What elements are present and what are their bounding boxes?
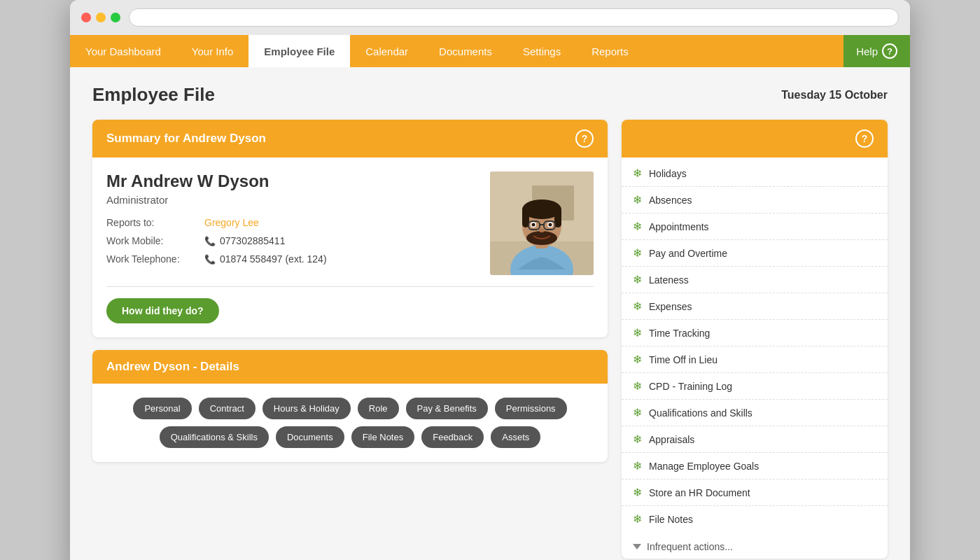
tag-item[interactable]: Contract [199,398,255,419]
nav-item-dashboard[interactable]: Your Dashboard [70,35,176,67]
traffic-lights [81,13,120,22]
menu-item[interactable]: ❄ File Notes [622,506,888,532]
main-layout: Summary for Andrew Dyson ? Mr Andrew W D… [92,120,888,559]
tag-item[interactable]: Documents [276,426,344,448]
nav-item-your-info[interactable]: Your Info [176,35,249,67]
svg-point-12 [532,223,536,227]
right-card: ? ❄ Holidays ❄ Absences ❄ Appointments ❄… [622,120,888,559]
snowflake-icon: ❄ [633,193,642,206]
snowflake-icon: ❄ [633,273,642,286]
browser-chrome [70,0,910,35]
reports-to-value[interactable]: Gregory Lee [204,217,259,228]
summary-card-body: Mr Andrew W Dyson Administrator Reports … [92,158,608,337]
tag-item[interactable]: Hours & Holiday [262,398,351,419]
snowflake-icon: ❄ [633,459,642,472]
summary-card: Summary for Andrew Dyson ? Mr Andrew W D… [92,120,608,337]
menu-item-text: CPD - Training Log [649,381,876,392]
menu-item[interactable]: ❄ Appointments [622,214,888,240]
menu-item[interactable]: ❄ CPD - Training Log [622,373,888,400]
tags-section: PersonalContractHours & HolidayRolePay &… [92,384,608,462]
left-panel: Summary for Andrew Dyson ? Mr Andrew W D… [92,120,608,559]
menu-item[interactable]: ❄ Absences [622,187,888,214]
tag-item[interactable]: Permissions [495,398,567,419]
profile-info: Mr Andrew W Dyson Administrator Reports … [106,172,476,275]
summary-card-title: Summary for Andrew Dyson [106,132,266,146]
tag-item[interactable]: Feedback [421,426,484,448]
tag-item[interactable]: File Notes [351,426,415,448]
menu-item[interactable]: ❄ Pay and Overtime [622,240,888,267]
infrequent-actions[interactable]: Infrequent actions... [622,535,888,559]
profile-name: Mr Andrew W Dyson [106,172,476,191]
profile-section: Mr Andrew W Dyson Administrator Reports … [106,172,594,275]
details-card-header: Andrew Dyson - Details [92,350,608,384]
page-header: Employee File Tuesday 15 October [92,84,888,106]
browser-window: Your Dashboard Your Info Employee File C… [70,0,910,560]
help-label: Help [856,46,878,57]
right-help-icon[interactable]: ? [855,130,874,148]
menu-item-text: Lateness [649,274,876,286]
tag-item[interactable]: Qualifications & Skills [160,426,269,448]
menu-item[interactable]: ❄ Store an HR Document [622,479,888,506]
page-title: Employee File [92,84,215,106]
menu-item[interactable]: ❄ Appraisals [622,426,888,453]
menu-item-text: Appraisals [649,434,876,445]
menu-item-text: Absences [649,195,876,206]
tag-item[interactable]: Role [358,398,399,419]
nav-bar: Your Dashboard Your Info Employee File C… [70,35,910,67]
tag-item[interactable]: Personal [133,398,191,419]
nav-item-documents[interactable]: Documents [424,35,507,67]
page-content: Employee File Tuesday 15 October Summary… [70,67,910,560]
nav-item-settings[interactable]: Settings [507,35,576,67]
address-bar[interactable] [129,8,899,27]
menu-item-text: Holidays [649,168,876,179]
nav-item-reports[interactable]: Reports [576,35,644,67]
nav-item-calendar[interactable]: Calendar [350,35,424,67]
tag-item[interactable]: Pay & Benefits [406,398,488,419]
right-panel: ? ❄ Holidays ❄ Absences ❄ Appointments ❄… [622,120,888,559]
menu-item[interactable]: ❄ Manage Employee Goals [622,453,888,479]
menu-item-text: Qualifications and Skills [649,407,876,419]
snowflake-icon: ❄ [633,167,642,180]
details-card: Andrew Dyson - Details PersonalContractH… [92,350,608,462]
work-telephone-label: Work Telephone: [106,253,204,265]
menu-item-text: Store an HR Document [649,487,876,498]
phone-icon-tel: 📞 [204,254,216,265]
menu-item-text: File Notes [649,514,876,525]
menu-item[interactable]: ❄ Time Off in Lieu [622,346,888,373]
snowflake-icon: ❄ [633,486,642,499]
minimize-button[interactable] [96,13,106,22]
close-button[interactable] [81,13,91,22]
snowflake-icon: ❄ [633,512,642,526]
infrequent-label: Infrequent actions... [647,541,733,552]
menu-item-text: Expenses [649,301,876,312]
work-mobile-value: 📞 077302885411 [204,235,285,246]
right-card-header: ? [622,120,888,158]
maximize-button[interactable] [111,13,120,22]
snowflake-icon: ❄ [633,433,642,446]
how-did-they-do-button[interactable]: How did they do? [106,298,219,323]
triangle-down-icon [633,544,641,550]
work-mobile-number: 077302885411 [220,235,285,246]
nav-item-employee-file[interactable]: Employee File [248,35,350,67]
snowflake-icon: ❄ [633,326,642,340]
menu-item[interactable]: ❄ Time Tracking [622,320,888,346]
help-icon: ? [882,43,897,59]
menu-list: ❄ Holidays ❄ Absences ❄ Appointments ❄ P… [622,158,888,535]
snowflake-icon: ❄ [633,220,642,233]
menu-item[interactable]: ❄ Holidays [622,160,888,187]
work-mobile-label: Work Mobile: [106,235,204,246]
tag-item[interactable]: Assets [491,426,540,448]
menu-item[interactable]: ❄ Expenses [622,293,888,320]
snowflake-icon: ❄ [633,379,642,393]
profile-divider [106,286,594,287]
details-card-title: Andrew Dyson - Details [106,360,239,374]
nav-item-help[interactable]: Help ? [844,35,910,67]
profile-photo [490,172,594,275]
summary-help-icon[interactable]: ? [575,130,594,148]
menu-item-text: Appointments [649,221,876,232]
work-telephone-value: 📞 01874 558497 (ext. 124) [204,253,327,265]
menu-item[interactable]: ❄ Qualifications and Skills [622,400,888,426]
menu-item-text: Manage Employee Goals [649,461,876,472]
snowflake-icon: ❄ [633,406,642,419]
menu-item[interactable]: ❄ Lateness [622,267,888,293]
